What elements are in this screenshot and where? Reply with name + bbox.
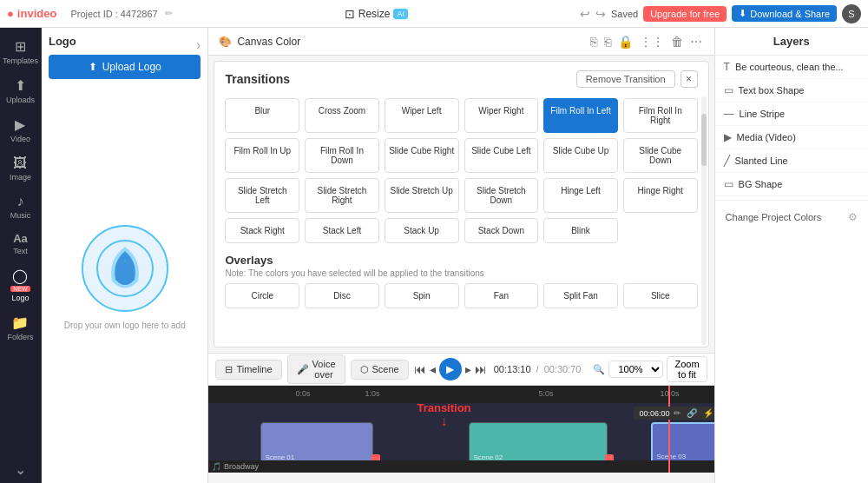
canvas-align-btn[interactable]: ⋮⋮ — [638, 33, 666, 50]
canvas-copy-btn[interactable]: ⎘ — [589, 33, 599, 50]
upload-icon: ⬆ — [89, 61, 97, 73]
transition-item-3[interactable]: Wiper Right — [464, 98, 539, 133]
transition-item-1[interactable]: Cross Zoom — [305, 98, 379, 133]
transition-item-10[interactable]: Slide Cube Up — [543, 138, 618, 173]
logo-drop-text: Drop your own logo here to add — [64, 321, 186, 330]
transition-item-2[interactable]: Wiper Left — [385, 98, 459, 133]
popup-ai-btn[interactable]: ⚡ — [701, 408, 713, 418]
transition-item-6[interactable]: Film Roll In Up — [225, 138, 299, 173]
mic-icon: 🎤 — [297, 364, 309, 375]
layer-item-4[interactable]: ╱Slanted Line — [715, 149, 868, 173]
scrollbar[interactable] — [701, 96, 707, 345]
edit-project-btn[interactable]: ✏ — [165, 8, 173, 19]
logo-panel-close-btn[interactable]: › — [196, 37, 201, 53]
transition-item-7[interactable]: Film Roll In Down — [305, 138, 379, 173]
transition-item-16[interactable]: Hinge Left — [543, 178, 618, 213]
canvas-delete-btn[interactable]: 🗑 — [669, 33, 685, 50]
canvas-paste-btn[interactable]: ⎗ — [602, 33, 613, 50]
popup-time: 00:06:00 — [639, 409, 669, 418]
sidebar-item-uploads[interactable]: ⬆ Uploads — [0, 72, 41, 109]
play-icon: ▶ — [446, 363, 454, 375]
transition-item-0[interactable]: Blur — [225, 98, 299, 133]
overlay-item-0[interactable]: Circle — [225, 283, 299, 308]
transitions-grid: BlurCross ZoomWiper LeftWiper RightFilm … — [214, 93, 707, 248]
canvas-more-btn[interactable]: ⋯ — [688, 33, 704, 50]
layer-item-3[interactable]: ▶Media (Video) — [715, 126, 868, 149]
sidebar-label-folders: Folders — [7, 333, 33, 341]
overlay-item-3[interactable]: Fan — [464, 283, 539, 308]
sidebar-item-text[interactable]: Aa Text — [0, 227, 41, 261]
logo-panel: Logo › ⬆ Upload Logo Drop your own logo … — [42, 28, 208, 483]
templates-icon: ⊞ — [15, 38, 26, 55]
timeline-ruler: 0:0s 1:0s 5:0s 10:0s 15:0s 20:0s 25:0s 3… — [208, 386, 713, 403]
sidebar-item-folders[interactable]: 📁 Folders — [0, 309, 41, 347]
timeline-scene-01[interactable]: Scene 01 — [260, 422, 373, 464]
scrollbar-thumb[interactable] — [701, 114, 707, 166]
logo-circle-icon: ◯ — [12, 268, 28, 284]
close-transitions-btn[interactable]: × — [681, 70, 698, 88]
settings-icon: ⚙ — [848, 211, 858, 223]
transition-item-12[interactable]: Slide Stretch Left — [225, 178, 299, 213]
transition-item-4[interactable]: Film Roll In Left — [543, 98, 618, 133]
transition-item-17[interactable]: Hinge Right — [623, 178, 698, 213]
voiceover-tab-btn[interactable]: 🎤 Voice over — [287, 354, 345, 384]
transition-item-18[interactable]: Stack Right — [225, 218, 299, 243]
overlay-item-4[interactable]: Split Fan — [543, 283, 618, 308]
sidebar-item-logo[interactable]: ◯ NEW Logo — [0, 262, 41, 308]
timeline-tab-btn[interactable]: ⊟ Timeline — [215, 360, 281, 380]
overlays-grid: CircleDiscSpinFanSplit FanSlice — [225, 283, 697, 308]
overlay-item-5[interactable]: Slice — [623, 283, 698, 308]
timeline-popup: 00:06:00 ✏ 🔗 ⚡ + Timeline — [634, 407, 713, 420]
timeline-playhead[interactable] — [668, 386, 670, 473]
timeline-bottom-bar: 🎵 Broadway — [208, 460, 713, 473]
sidebar-item-video[interactable]: ▶ Video — [0, 111, 41, 149]
transition-item-9[interactable]: Slide Cube Left — [464, 138, 539, 173]
overlay-item-2[interactable]: Spin — [385, 283, 459, 308]
popup-link-btn[interactable]: 🔗 — [685, 408, 699, 418]
timeline-scene-03[interactable]: Scene 03 — [651, 422, 713, 464]
sidebar-item-templates[interactable]: ⊞ Templates — [0, 33, 41, 70]
broadway-label: 🎵 Broadway — [212, 462, 259, 471]
transition-item-19[interactable]: Stack Left — [305, 218, 379, 243]
zoom-select[interactable]: 100% 75% 50% — [608, 361, 663, 378]
canvas-lock-btn[interactable]: 🔒 — [616, 33, 635, 50]
transition-item-8[interactable]: Slide Cube Right — [385, 138, 459, 173]
saved-status: Saved — [611, 9, 638, 19]
layer-item-1[interactable]: ▭Text box Shape — [715, 79, 868, 103]
layers-divider — [715, 200, 868, 201]
transition-item-13[interactable]: Slide Stretch Right — [305, 178, 379, 213]
skip-prev-btn[interactable]: ⏮ — [414, 362, 426, 376]
transition-item-22[interactable]: Blink — [543, 218, 618, 243]
transition-item-15[interactable]: Slide Stretch Down — [464, 178, 539, 213]
timeline-scene-02[interactable]: Scene 02 — [469, 422, 608, 464]
center-area: 🎨 Canvas Color ⎘ ⎗ 🔒 ⋮⋮ 🗑 ⋯ Transitions … — [208, 28, 713, 483]
transition-item-20[interactable]: Stack Up — [385, 218, 459, 243]
transition-item-14[interactable]: Slide Stretch Up — [385, 178, 459, 213]
next-frame-btn[interactable]: ▸ — [465, 362, 471, 376]
transition-item-11[interactable]: Slide Cube Down — [623, 138, 698, 173]
download-button[interactable]: ⬇ Download & Share — [732, 5, 837, 22]
layer-item-5[interactable]: ▭BG Shape — [715, 173, 868, 196]
transition-item-21[interactable]: Stack Down — [464, 218, 539, 243]
popup-edit-btn[interactable]: ✏ — [672, 408, 682, 418]
transition-item-5[interactable]: Film Roll In Right — [623, 98, 698, 133]
layer-item-2[interactable]: —Line Stripe — [715, 103, 868, 126]
time-total: 00:30:70 — [544, 364, 582, 374]
sidebar-expand-btn[interactable]: ⌄ — [15, 461, 26, 478]
redo-button[interactable]: ↪ — [595, 7, 606, 21]
prev-frame-btn[interactable]: ◂ — [430, 362, 436, 376]
scene-tab-btn[interactable]: ⬡ Scene — [351, 360, 409, 380]
change-project-btn[interactable]: Change Project Colors ⚙ — [715, 204, 868, 230]
upload-logo-button[interactable]: ⬆ Upload Logo — [49, 55, 201, 79]
remove-transition-btn[interactable]: Remove Transition — [576, 70, 675, 88]
skip-next-btn[interactable]: ⏭ — [475, 362, 487, 376]
zoom-fit-btn[interactable]: Zoom to fit — [667, 356, 707, 382]
overlay-item-1[interactable]: Disc — [305, 283, 379, 308]
quality-icon: 🔍 — [593, 364, 605, 375]
play-button[interactable]: ▶ — [439, 358, 462, 380]
sidebar-item-music[interactable]: ♪ Music — [0, 189, 41, 225]
sidebar-item-image[interactable]: 🖼 Image — [0, 150, 41, 187]
layer-item-0[interactable]: TBe courteous, clean the... — [715, 56, 868, 79]
undo-button[interactable]: ↩ — [580, 7, 590, 21]
upgrade-button[interactable]: Upgrade for free — [643, 6, 727, 22]
